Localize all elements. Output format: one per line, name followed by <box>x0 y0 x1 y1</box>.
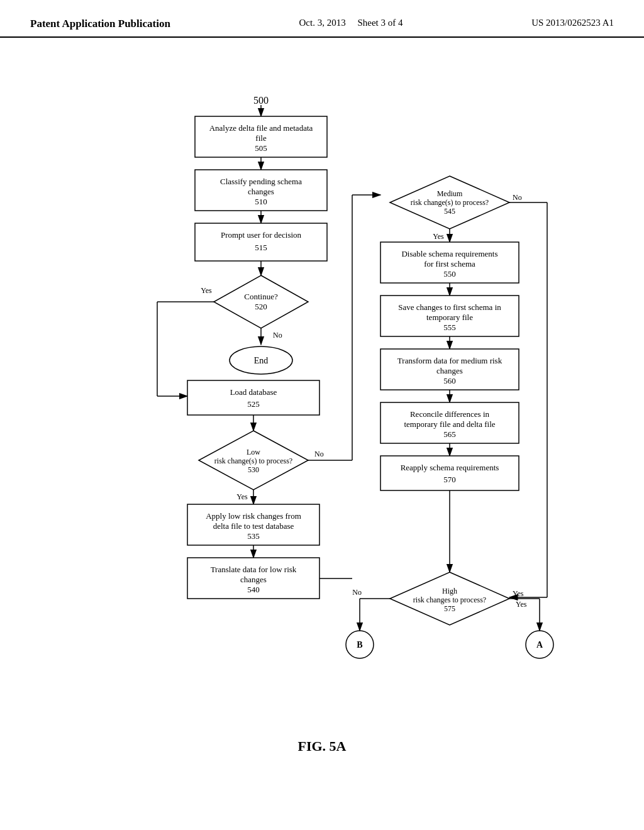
label-no-575: No <box>352 588 362 597</box>
label-yes-545: Yes <box>433 232 444 241</box>
node-545-label: 545 <box>444 207 455 216</box>
diagram-area: 500 Analyze delta file and metadata file… <box>0 44 644 773</box>
flowchart-svg: 500 Analyze delta file and metadata file… <box>0 44 644 773</box>
node-515-label: 515 <box>255 243 267 252</box>
node-545-text0: Medium <box>437 189 463 198</box>
node-510-text1: Classify pending schema <box>220 177 302 186</box>
node-555-label: 555 <box>443 323 456 332</box>
figure-caption: FIG. 5A <box>298 738 347 755</box>
node-555-text2: temporary file <box>426 313 473 322</box>
node-515-text1: Prompt user for decision <box>221 230 302 240</box>
node-540-label: 540 <box>247 585 260 594</box>
diagram-id: 500 <box>253 95 269 106</box>
label-no-530: No <box>314 450 324 458</box>
node-565-text2: temporary file and delta file <box>404 419 495 429</box>
node-505-text1: Analyze delta file and metadata <box>209 123 313 133</box>
page-header: Patent Application Publication Oct. 3, 2… <box>0 0 644 38</box>
node-525-label: 525 <box>247 399 260 409</box>
node-510-label: 510 <box>255 197 267 206</box>
node-510-text2: changes <box>248 187 274 196</box>
node-535-text1: Apply low risk changes from <box>206 511 301 521</box>
node-525-text: Load database <box>230 387 277 397</box>
node-575-text0: High <box>442 587 457 595</box>
node-505-label: 505 <box>255 143 267 153</box>
node-560-text1: Transform data for medium risk <box>397 356 502 365</box>
node-520-text: Continue? <box>244 292 278 301</box>
node-505-text2: file <box>255 133 267 143</box>
header-center: Oct. 3, 2013 Sheet 3 of 4 <box>299 18 403 28</box>
node-end-text: End <box>254 356 269 365</box>
node-a-text: A <box>536 640 543 650</box>
label-yes-575-b: Yes <box>516 600 527 609</box>
header-sheet: Sheet 3 of 4 <box>357 18 402 28</box>
header-date: Oct. 3, 2013 <box>299 18 346 28</box>
node-570-rect <box>380 456 519 490</box>
node-560-text2: changes <box>436 366 463 375</box>
node-540-text1: Translate data for low risk <box>211 565 297 574</box>
node-575-text1: risk changes to process? <box>413 595 486 604</box>
label-yes-520: Yes <box>201 286 212 295</box>
node-550-text2: for first schema <box>424 259 475 268</box>
label-yes-530: Yes <box>236 492 248 501</box>
node-570-label: 570 <box>443 475 456 484</box>
node-565-label: 565 <box>443 429 456 439</box>
node-530-text2: risk change(s) to process? <box>214 456 292 465</box>
header-title: Patent Application Publication <box>30 18 170 30</box>
node-575-label: 575 <box>444 604 455 613</box>
node-520-label: 520 <box>255 302 267 311</box>
node-525-rect <box>187 380 319 415</box>
node-535-label: 535 <box>247 531 260 541</box>
node-540-text2: changes <box>240 575 267 584</box>
node-550-text1: Disable schema requirements <box>401 249 497 258</box>
label-no-520: No <box>273 331 282 340</box>
node-545-text1: risk change(s) to process? <box>411 198 489 207</box>
node-560-label: 560 <box>443 376 456 385</box>
node-570-text: Reapply schema requirements <box>401 463 499 472</box>
label-yes-575: Yes <box>513 589 524 598</box>
node-530-text1: Low <box>247 448 260 456</box>
node-530-label: 530 <box>248 465 259 474</box>
node-535-text2: delta file to test database <box>213 521 294 531</box>
node-550-label: 550 <box>443 269 456 279</box>
label-no-545: No <box>513 193 522 202</box>
header-patent: US 2013/0262523 A1 <box>531 18 614 28</box>
node-515-rect <box>195 223 327 261</box>
node-565-text1: Reconcile differences in <box>410 409 490 419</box>
node-b-text: B <box>357 640 362 650</box>
node-555-text1: Save changes to first schema in <box>398 302 501 312</box>
